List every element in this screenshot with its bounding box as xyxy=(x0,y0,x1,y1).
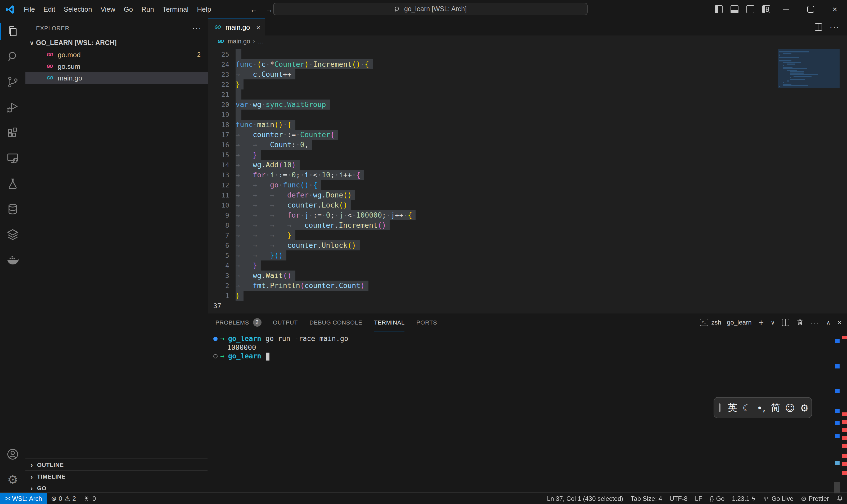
command-decoration-open[interactable] xyxy=(213,355,218,359)
code-line[interactable]: 15→} xyxy=(208,150,416,160)
language-status[interactable]: {} Go xyxy=(706,492,728,504)
problems-status[interactable]: ⊗ 0 ⚠ 2 xyxy=(48,492,80,504)
split-editor-icon[interactable] xyxy=(815,23,822,31)
panel-tab-output[interactable]: OUTPUT xyxy=(273,314,298,331)
code-line[interactable]: 18func·main()·{ xyxy=(208,120,416,130)
nav-forward-icon[interactable]: → xyxy=(265,5,273,14)
ime-halfwidth-mode[interactable]: ☾ xyxy=(740,402,754,413)
prettier-status[interactable]: ⊘ Prettier xyxy=(797,492,833,504)
tab-main-go[interactable]: GO main.go × xyxy=(208,19,265,35)
customize-layout-icon[interactable] xyxy=(758,0,774,19)
minimap[interactable] xyxy=(778,49,840,133)
notifications-bell[interactable] xyxy=(833,492,847,504)
terminal-instance-chip[interactable]: >_ zsh - go_learn xyxy=(700,319,752,326)
ime-emoji[interactable]: ☺ xyxy=(783,402,797,413)
command-decoration-filled[interactable] xyxy=(213,337,218,341)
code-line[interactable]: 14→wg.Add(10) xyxy=(208,160,416,170)
close-button[interactable]: × xyxy=(823,0,847,19)
code-line[interactable]: 25 xyxy=(208,49,416,59)
go-version-status[interactable]: 1.23.1 ϟ xyxy=(728,492,759,504)
code-line[interactable]: 2→fmt.Println(counter.Count) xyxy=(208,281,416,291)
file-go.mod[interactable]: GOgo.mod2 xyxy=(25,49,208,60)
code-content[interactable]: 2524func·(c·*Counter)·Increment()·{23→c.… xyxy=(208,49,416,311)
menu-help[interactable]: Help xyxy=(193,3,215,15)
activity-search-icon[interactable] xyxy=(0,44,25,69)
split-terminal-icon[interactable] xyxy=(782,319,789,326)
code-line[interactable]: 12→→go·func()·{ xyxy=(208,180,416,190)
eol-status[interactable]: LF xyxy=(691,492,706,504)
tab-close-icon[interactable]: × xyxy=(256,23,260,32)
project-root-folder[interactable]: ∨ GO_LEARN [WSL: ARCH] xyxy=(25,37,208,49)
activity-explorer-icon[interactable] xyxy=(0,19,25,44)
activity-layers-icon[interactable] xyxy=(0,222,25,247)
activity-settings-icon[interactable]: ⚙ xyxy=(0,467,25,492)
code-line[interactable]: 9→→→for·j·:=·0;·j·<·100000;·j++·{ xyxy=(208,210,416,220)
menu-selection[interactable]: Selection xyxy=(59,3,96,15)
terminal-dropdown-icon[interactable]: ∨ xyxy=(771,320,775,325)
menu-run[interactable]: Run xyxy=(137,3,158,15)
toggle-sidebar-icon[interactable] xyxy=(710,0,726,19)
code-line[interactable]: 22} xyxy=(208,79,416,89)
code-line[interactable]: 16→→Count:·0, xyxy=(208,140,416,150)
code-line[interactable]: 1} xyxy=(208,291,416,301)
ime-toolbar[interactable]: 英☾•,简☺⚙ xyxy=(714,397,812,418)
panel-more-actions-icon[interactable]: ··· xyxy=(810,319,819,326)
ime-english-mode[interactable]: 英 xyxy=(725,401,740,414)
activity-run-debug-icon[interactable] xyxy=(0,95,25,120)
file-main.go[interactable]: GOmain.go xyxy=(25,72,208,84)
section-timeline[interactable]: ›TIMELINE xyxy=(25,470,208,482)
maximize-panel-icon[interactable]: ∧ xyxy=(826,320,831,325)
explorer-more-actions-icon[interactable]: ··· xyxy=(192,23,202,32)
breadcrumb-file[interactable]: main.go xyxy=(228,38,250,45)
activity-remote-explorer-icon[interactable] xyxy=(0,146,25,171)
activity-source-control-icon[interactable] xyxy=(0,69,25,95)
panel-tab-ports[interactable]: PORTS xyxy=(416,314,437,331)
file-go.sum[interactable]: GOgo.sum xyxy=(25,60,208,72)
ime-punctuation-mode[interactable]: •, xyxy=(754,402,769,413)
kill-terminal-icon[interactable] xyxy=(796,319,804,326)
activity-testing-icon[interactable] xyxy=(0,171,25,196)
code-line[interactable]: 11→→→defer·wg.Done() xyxy=(208,190,416,200)
close-panel-icon[interactable]: × xyxy=(837,319,842,326)
code-line[interactable]: 19 xyxy=(208,110,416,120)
menu-terminal[interactable]: Terminal xyxy=(158,3,193,15)
code-line[interactable]: 13→for·i·:=·0;·i·<·10;·i++·{ xyxy=(208,170,416,180)
section-outline[interactable]: ›OUTLINE xyxy=(25,458,208,471)
activity-docker-icon[interactable] xyxy=(0,247,25,273)
code-line[interactable]: 7→→→} xyxy=(208,230,416,240)
ime-drag-handle[interactable] xyxy=(714,398,725,418)
menu-edit[interactable]: Edit xyxy=(39,3,59,15)
breadcrumb[interactable]: GO main.go › … xyxy=(208,35,847,47)
code-line[interactable]: 21 xyxy=(208,89,416,100)
panel-tab-debug-console[interactable]: DEBUG CONSOLE xyxy=(309,314,362,331)
menu-file[interactable]: File xyxy=(20,3,39,15)
code-line[interactable]: 23→c.Count++ xyxy=(208,69,416,79)
breadcrumb-more[interactable]: … xyxy=(257,38,264,45)
code-line[interactable]: 8→→→→counter.Increment() xyxy=(208,220,416,230)
ports-status[interactable]: 0 xyxy=(80,492,100,504)
code-line[interactable]: 4→} xyxy=(208,260,416,271)
code-line[interactable]: 10→→→counter.Lock() xyxy=(208,200,416,210)
panel-tab-problems[interactable]: PROBLEMS2 xyxy=(215,314,261,331)
code-line[interactable]: 17→counter·:=·Counter{ xyxy=(208,130,416,140)
activity-extensions-icon[interactable] xyxy=(0,120,25,146)
editor-more-actions-icon[interactable]: ··· xyxy=(830,22,840,32)
go-live-status[interactable]: Go Live xyxy=(759,492,797,504)
code-line[interactable]: 5→→}() xyxy=(208,250,416,260)
activity-database-icon[interactable] xyxy=(0,196,25,222)
restore-button[interactable] xyxy=(798,0,823,19)
tab-size-status[interactable]: Tab Size: 4 xyxy=(627,492,666,504)
cursor-position-status[interactable]: Ln 37, Col 1 (430 selected) xyxy=(543,492,627,504)
ime-simplified-mode[interactable]: 简 xyxy=(769,401,783,414)
panel-tab-terminal[interactable]: TERMINAL xyxy=(374,314,405,331)
code-line[interactable]: 3→wg.Wait() xyxy=(208,271,416,281)
terminal-output[interactable]: →go_learngo run -race main.go1000000→go_… xyxy=(208,331,847,361)
remote-indicator[interactable]: >< WSL: Arch xyxy=(0,492,48,504)
ime-settings-icon[interactable]: ⚙ xyxy=(797,402,812,413)
activity-accounts-icon[interactable] xyxy=(0,442,25,467)
encoding-status[interactable]: UTF-8 xyxy=(666,492,691,504)
nav-back-icon[interactable]: ← xyxy=(250,5,258,14)
toggle-panel-icon[interactable] xyxy=(726,0,742,19)
code-line[interactable]: 24func·(c·*Counter)·Increment()·{ xyxy=(208,59,416,69)
code-line[interactable]: 20var·wg·sync.WaitGroup xyxy=(208,100,416,110)
